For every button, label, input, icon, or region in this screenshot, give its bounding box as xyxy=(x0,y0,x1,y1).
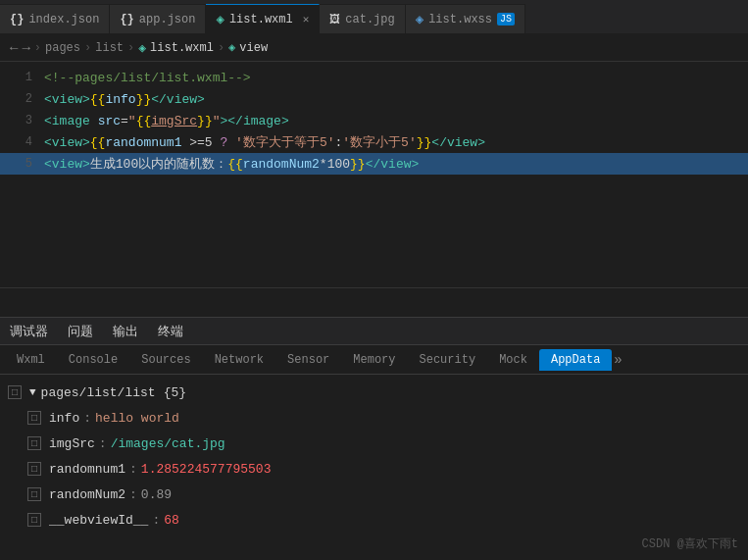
tab-label-cat-jpg: cat.jpg xyxy=(345,13,394,26)
tab-icon-list-wxss: ◈ xyxy=(416,11,424,27)
tab-icon-list-wxml: ◈ xyxy=(216,11,224,27)
tab-icon-cat-jpg: 🖼 xyxy=(329,13,340,25)
appdata-sep-randomnum2: : xyxy=(129,487,137,502)
appdata-expand-root[interactable]: ▼ xyxy=(29,386,36,398)
appdata-content: □ ▼ pages/list/list {5} □ info : hello w… xyxy=(0,375,748,560)
appdata-row-webviewid[interactable]: □ __webviewId__ : 68 xyxy=(20,507,748,533)
devtab-network[interactable]: Network xyxy=(203,349,275,371)
tab-label-list-wxml: list.wxml xyxy=(229,13,293,26)
breadcrumb-icon-wxml: ◈ xyxy=(138,40,146,56)
code-line-1: 1 <!--pages/list/list.wxml--> xyxy=(0,67,748,88)
appdata-root-row[interactable]: □ ▼ pages/list/list {5} xyxy=(0,380,748,405)
devtools-tabs: Wxml Console Sources Network Sensor Memo… xyxy=(0,345,748,375)
line-number-5: 5 xyxy=(5,157,32,171)
appdata-key-info: info xyxy=(49,411,79,426)
code-line-4: 4 <view>{{randomnum1 >=5 ? '数字大于等于5':'数字… xyxy=(0,131,748,153)
code-line-5: 5 <view>生成100以内的随机数：{{randomNum2*100}}</… xyxy=(0,153,748,175)
line-number-1: 1 xyxy=(5,71,32,84)
appdata-sep-randomnum1: : xyxy=(129,462,137,477)
tab-index-json[interactable]: {} index.json xyxy=(0,4,110,33)
code-content-3: <image src="{{imgSrc}}"></image> xyxy=(44,114,289,128)
devtab-security[interactable]: Security xyxy=(408,349,488,371)
appdata-key-imgsrc: imgSrc xyxy=(49,436,95,451)
devtab-appdata[interactable]: AppData xyxy=(539,349,612,371)
appdata-row-randomnum1[interactable]: □ randomnum1 : 1.285224577795503 xyxy=(20,456,748,482)
appdata-row-icon-info: □ xyxy=(27,411,41,425)
appdata-row-info[interactable]: □ info : hello world xyxy=(20,405,748,431)
appdata-row-icon-randomnum2: □ xyxy=(27,487,41,501)
code-editor[interactable]: 1 <!--pages/list/list.wxml--> 2 <view>{{… xyxy=(0,62,748,287)
tab-icon-index-json: {} xyxy=(10,13,24,26)
devtab-mock[interactable]: Mock xyxy=(487,349,539,371)
code-line-3: 3 <image src="{{imgSrc}}"></image> xyxy=(0,110,748,131)
appdata-row-icon-randomnum1: □ xyxy=(27,462,41,476)
tab-cat-jpg[interactable]: 🖼 cat.jpg xyxy=(320,4,405,33)
appdata-row-randomnum2[interactable]: □ randomNum2 : 0.89 xyxy=(20,482,748,507)
devtools-toolbar-output[interactable]: 输出 xyxy=(113,323,138,340)
devtools-toolbar-debugger[interactable]: 调试器 xyxy=(10,323,48,340)
nav-back-button[interactable]: ← xyxy=(10,40,18,56)
appdata-root-key: pages/list/list xyxy=(41,385,156,400)
breadcrumb: ← → › pages › list › ◈ list.wxml › ◈ vie… xyxy=(0,34,748,62)
watermark: CSDN @喜欢下雨t xyxy=(642,535,738,552)
breadcrumb-file[interactable]: list.wxml xyxy=(150,41,214,55)
devtools-panel: 调试器 问题 输出 终端 Wxml Console Sources Networ… xyxy=(0,317,748,560)
devtools-toolbar-terminal[interactable]: 终端 xyxy=(158,323,183,340)
breadcrumb-view: view xyxy=(239,41,268,55)
appdata-key-randomnum2: randomNum2 xyxy=(49,487,125,502)
appdata-row-imgsrc[interactable]: □ imgSrc : /images/cat.jpg xyxy=(20,431,748,456)
appdata-val-info: hello world xyxy=(95,411,179,426)
appdata-root-count: {5} xyxy=(164,385,186,400)
line-number-4: 4 xyxy=(5,135,32,149)
code-content-2: <view>{{info}}</view> xyxy=(44,92,205,107)
line-number-3: 3 xyxy=(5,114,32,127)
appdata-val-imgsrc: /images/cat.jpg xyxy=(111,436,225,451)
tab-list-wxss[interactable]: ◈ list.wxss JS xyxy=(406,4,525,33)
appdata-key-webviewid: __webviewId__ xyxy=(49,513,148,528)
devtab-memory[interactable]: Memory xyxy=(341,349,407,371)
code-content-1: <!--pages/list/list.wxml--> xyxy=(44,71,251,85)
tab-close-list-wxml[interactable]: ✕ xyxy=(303,13,310,25)
appdata-val-randomnum1: 1.285224577795503 xyxy=(141,462,272,477)
devtab-sensor[interactable]: Sensor xyxy=(275,349,341,371)
appdata-key-randomnum1: randomnum1 xyxy=(49,462,125,477)
appdata-sep-info: : xyxy=(83,411,91,426)
tab-label-index-json: index.json xyxy=(28,13,99,26)
line-number-2: 2 xyxy=(5,92,32,106)
nav-forward-button[interactable]: → xyxy=(22,40,29,56)
editor-devtools-divider xyxy=(0,287,748,317)
tab-list-wxml[interactable]: ◈ list.wxml ✕ xyxy=(206,4,320,33)
appdata-val-randomnum2: 0.89 xyxy=(141,487,172,502)
breadcrumb-pages[interactable]: pages xyxy=(45,41,80,55)
breadcrumb-list[interactable]: list xyxy=(95,41,124,55)
tab-badge-js: JS xyxy=(497,13,515,25)
tab-bar: {} index.json {} app.json ◈ list.wxml ✕ … xyxy=(0,0,748,34)
appdata-row-icon-root: □ xyxy=(8,385,22,399)
code-content-5: <view>生成100以内的随机数：{{randomNum2*100}}</vi… xyxy=(44,155,419,173)
appdata-sep-imgsrc: : xyxy=(99,436,107,451)
tab-label-list-wxss: list.wxss xyxy=(428,13,492,26)
breadcrumb-icon-view: ◈ xyxy=(228,40,235,55)
code-content-4: <view>{{randomnum1 >=5 ? '数字大于等于5':'数字小于… xyxy=(44,133,485,151)
devtools-toolbar: 调试器 问题 输出 终端 xyxy=(0,318,748,345)
devtools-toolbar-issues[interactable]: 问题 xyxy=(68,323,93,340)
devtab-wxml[interactable]: Wxml xyxy=(5,349,57,371)
code-line-2: 2 <view>{{info}}</view> xyxy=(0,88,748,110)
devtab-sources[interactable]: Sources xyxy=(129,349,202,371)
appdata-sep-webviewid: : xyxy=(152,513,160,528)
devtab-more-button[interactable]: » xyxy=(614,352,622,368)
devtab-console[interactable]: Console xyxy=(57,349,129,371)
tab-icon-app-json: {} xyxy=(120,13,133,26)
tab-label-app-json: app.json xyxy=(139,13,196,26)
tab-app-json[interactable]: {} app.json xyxy=(110,4,206,33)
appdata-val-webviewid: 68 xyxy=(164,513,179,528)
appdata-row-icon-webviewid: □ xyxy=(27,513,41,527)
appdata-row-icon-imgsrc: □ xyxy=(27,436,41,450)
